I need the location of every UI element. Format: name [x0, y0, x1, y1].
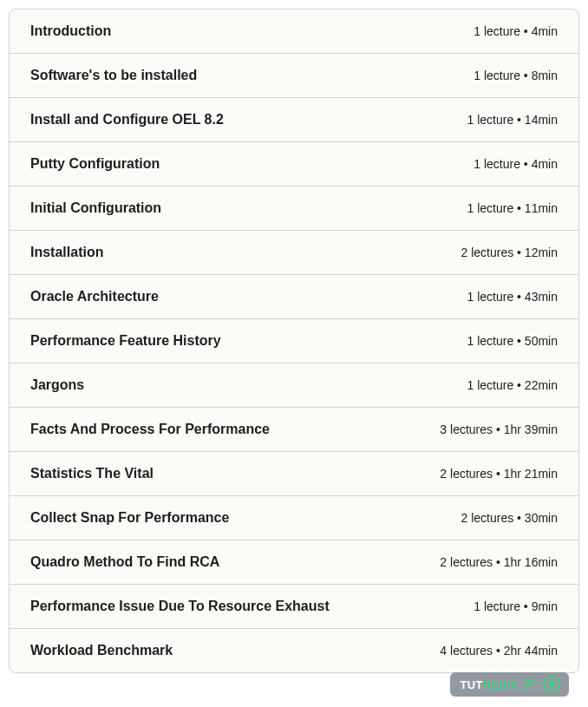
section-title: Installation: [30, 245, 103, 260]
section-meta: 1 lecture • 50min: [467, 334, 558, 348]
section-row[interactable]: Statistics The Vital 2 lectures • 1hr 21…: [10, 452, 578, 496]
section-row[interactable]: Oracle Architecture 1 lecture • 43min: [10, 275, 578, 319]
section-meta: 2 lectures • 12min: [461, 245, 558, 259]
section-title: Workload Benchmark: [30, 643, 173, 658]
watermark-badge: TUTPEDIA: [450, 672, 569, 697]
section-meta: 2 lectures • 1hr 21min: [440, 467, 558, 481]
section-meta: 1 lecture • 4min: [474, 24, 558, 38]
section-title: Putty Configuration: [30, 156, 160, 172]
section-row[interactable]: Performance Issue Due To Resource Exhaus…: [10, 585, 578, 629]
section-title: Initial Configuration: [30, 200, 161, 216]
section-row[interactable]: Putty Configuration 1 lecture • 4min: [10, 142, 578, 187]
section-row[interactable]: Software's to be installed 1 lecture • 8…: [10, 54, 578, 98]
section-title: Introduction: [30, 23, 111, 39]
section-meta: 1 lecture • 4min: [474, 157, 558, 171]
section-title: Oracle Architecture: [30, 289, 159, 304]
section-row[interactable]: Initial Configuration 1 lecture • 11min: [10, 187, 578, 231]
section-meta: 1 lecture • 43min: [467, 290, 558, 304]
section-meta: 1 lecture • 14min: [467, 113, 558, 127]
section-meta: 2 lectures • 30min: [461, 511, 558, 525]
section-title: Jargons: [30, 377, 84, 393]
section-row[interactable]: Workload Benchmark 4 lectures • 2hr 44mi…: [10, 629, 578, 672]
section-title: Software's to be installed: [30, 68, 197, 83]
section-meta: 1 lecture • 8min: [474, 69, 558, 82]
section-row[interactable]: Install and Configure OEL 8.2 1 lecture …: [10, 98, 578, 142]
section-row[interactable]: Introduction 1 lecture • 4min: [10, 10, 578, 54]
section-title: Install and Configure OEL 8.2: [30, 112, 224, 128]
section-title: Facts And Process For Performance: [30, 422, 270, 437]
section-meta: 1 lecture • 9min: [474, 599, 558, 613]
section-row[interactable]: Installation 2 lectures • 12min: [10, 231, 578, 275]
section-row[interactable]: Performance Feature History 1 lecture • …: [10, 319, 578, 363]
speed-lines-icon: [524, 680, 536, 689]
section-row[interactable]: Quadro Method To Find RCA 2 lectures • 1…: [10, 540, 578, 585]
section-row[interactable]: Jargons 1 lecture • 22min: [10, 363, 578, 408]
course-sections-list: Introduction 1 lecture • 4min Software's…: [9, 9, 579, 673]
section-title: Statistics The Vital: [30, 466, 154, 481]
section-meta: 4 lectures • 2hr 44min: [440, 644, 558, 658]
section-title: Quadro Method To Find RCA: [30, 554, 219, 570]
section-row[interactable]: Facts And Process For Performance 3 lect…: [10, 408, 578, 452]
section-meta: 1 lecture • 22min: [467, 378, 558, 392]
section-meta: 1 lecture • 11min: [467, 201, 558, 215]
section-title: Performance Issue Due To Resource Exhaus…: [30, 599, 330, 614]
section-title: Collect Snap For Performance: [30, 510, 229, 526]
section-title: Performance Feature History: [30, 333, 221, 349]
section-meta: 3 lectures • 1hr 39min: [440, 422, 558, 436]
play-icon: [543, 676, 560, 693]
section-meta: 2 lectures • 1hr 16min: [440, 555, 558, 569]
section-row[interactable]: Collect Snap For Performance 2 lectures …: [10, 496, 578, 540]
watermark-text: TUTPEDIA: [461, 678, 519, 691]
